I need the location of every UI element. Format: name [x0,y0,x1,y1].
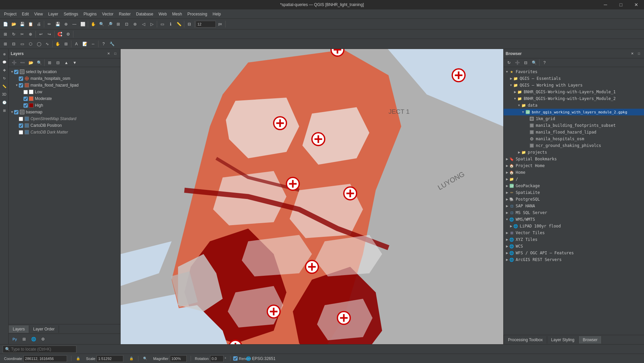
qgis-server-button[interactable]: ⊞ [20,335,28,343]
move-feature-button[interactable]: ✥ [1,66,8,74]
browser-button[interactable]: 🌐 [29,335,38,343]
browser-favorites[interactable]: ▼ ★ Favorites [504,68,644,75]
browser-spatial-bookmarks[interactable]: ▶ 🔖 Spatial Bookmarks [504,156,644,162]
browser-postgresql[interactable]: ▶ 🐘 PostgreSQL [504,196,644,203]
temporal-button[interactable]: 🕐 [1,99,8,106]
layer-visibility-checkbox[interactable] [14,70,18,74]
select-radius-button[interactable]: ◯ [35,40,43,48]
epsg-button[interactable]: 🌐 EPSG:32651 [257,355,265,363]
scale-input[interactable] [96,355,123,362]
save-as-button[interactable]: 📋 [26,20,35,28]
select-all-button[interactable]: ⊞ [1,40,9,48]
annotate-button[interactable]: 📝 [81,40,89,48]
move-layer-down-button[interactable]: ▼ [71,59,79,67]
menu-settings[interactable]: Settings [61,11,81,17]
layer-legend-low[interactable]: ▶ Low [9,89,120,95]
help-button[interactable]: ? [100,40,108,48]
save-project-button[interactable]: 💾 [18,20,26,28]
browser-ncr-ground-shaking[interactable]: ▶ ncr_ground_shaking_phivolcs [504,142,644,149]
layer-flood-hazard[interactable]: ▼ manila_flood_hazard_lipad [9,82,120,89]
browser-1km-grid[interactable]: ▶ 1km_grid [504,115,644,122]
browser-wcs[interactable]: ▶ 🌐 WCS [504,243,644,250]
layer-group-basemap[interactable]: ▼ basemap [9,109,120,115]
layer-cartodb-positron[interactable]: ▶ CartoDB Positron [9,122,120,129]
browser-project-home[interactable]: ▶ 🏠 Project Home [504,162,644,169]
menu-project[interactable]: Project [1,11,19,17]
browser-qgis-working-layers[interactable]: ▼ 📁 QGIS – Working with Layers [504,82,644,89]
menu-plugins[interactable]: Plugins [81,11,99,17]
map-tips-button[interactable]: 💬 [1,58,8,66]
browser-data-folder[interactable]: ▼ 📁 data [504,102,644,109]
move-layer-up-button[interactable]: ▲ [62,59,70,67]
browser-building-footprints[interactable]: ▶ manila_building_footprints_subset [504,122,644,129]
layer-cartodb-dark[interactable]: ▶ CartoDB Dark Matter [9,129,120,136]
open-layer-button[interactable]: 📂 [27,59,35,67]
browser-wfs[interactable]: ▶ 🌐 WFS / OGC API – Features [504,250,644,256]
layer-group-select-by-location[interactable]: ▼ select by location [9,68,120,75]
browser-wms-wmts[interactable]: ▼ 🌐 WMS/WMTS [504,216,644,223]
zoom-out-button[interactable]: 🔎 [106,20,114,28]
undo-button[interactable]: ↩ [37,30,45,38]
menu-edit[interactable]: Edit [19,11,31,17]
print-button[interactable]: 🖨 [35,20,43,28]
pan-button[interactable]: ✋ [89,20,97,28]
select-poly-button[interactable]: ⬡ [26,40,35,48]
layer-manila-hospitals[interactable]: ▶ manila_hospitals_osm [9,75,120,82]
scale-button[interactable]: ⊟ [185,20,193,28]
coordinate-input[interactable] [23,355,67,362]
select-button[interactable]: ▭ [158,20,166,28]
layer-visibility-checkbox[interactable] [19,130,23,135]
layer-visibility-checkbox[interactable] [14,110,18,114]
layer-visibility-checkbox[interactable] [23,90,28,94]
tab-layer-styling[interactable]: Layer Styling [547,336,579,344]
pan-layer-button[interactable]: ⊞ [62,40,70,48]
touch-zoom-button[interactable]: ⊕ [1,50,8,58]
menu-processing[interactable]: Processing [185,11,210,17]
magnifier-input[interactable] [170,355,187,362]
menu-layer[interactable]: Layer [46,11,61,17]
open-project-button[interactable]: 📂 [10,20,18,28]
layer-visibility-checkbox[interactable] [19,117,23,121]
layer-legend-moderate[interactable]: ▶ Moderate [9,95,120,102]
measure-button[interactable]: 📏 [175,20,183,28]
add-point-button[interactable]: ⊕ [62,20,70,28]
tab-layer-order[interactable]: Layer Order [29,325,59,333]
plugins-button[interactable]: 🔧 [108,40,116,48]
browser-flood-hazard[interactable]: ▶ manila_flood_hazard_lipad [504,129,644,136]
browser-spatialite[interactable]: ▶ ✏ SpatiaLite [504,189,644,196]
zoom-next-button[interactable]: ▷ [148,20,156,28]
browser-refresh-button[interactable]: ↻ [505,59,513,67]
tab-layers[interactable]: Layers [9,325,29,333]
filter-layer-button[interactable]: 🔍 [35,59,43,67]
remove-layer-button[interactable]: ➖ [18,59,26,67]
zoom-layer-button[interactable]: ⊡ [123,20,131,28]
menu-raster[interactable]: Raster [116,11,133,17]
layers-close-button[interactable]: ✕ [106,51,112,57]
rotation-input[interactable] [210,355,223,362]
menu-mesh[interactable]: Mesh [170,11,185,17]
menu-vector[interactable]: Vector [100,11,116,17]
close-button[interactable]: ✕ [629,0,644,9]
menu-view[interactable]: View [31,11,46,17]
collapse-all-button[interactable]: ⊟ [54,59,62,67]
3d-view-button[interactable]: 3D [1,91,8,98]
python-button[interactable]: Py [11,335,19,343]
save-edits-button[interactable]: 💾 [54,20,62,28]
deselect-button[interactable]: ⊟ [10,40,18,48]
move-label-button[interactable]: ↔ [89,40,97,48]
browser-lipad-flood[interactable]: ▶ 🌐 LiPAD 100yr flood [504,223,644,229]
add-layer-button[interactable]: ➕ [10,59,18,67]
layer-visibility-checkbox[interactable] [19,123,23,128]
maximize-button[interactable]: □ [613,0,629,9]
advanced-button[interactable]: ⚙ [64,30,72,38]
layer-visibility-checkbox[interactable] [19,76,23,81]
tab-processing-toolbox[interactable]: Processing Toolbox [504,336,547,344]
select-freehand-button[interactable]: ∿ [43,40,51,48]
pan-map-button[interactable]: ✋ [54,40,62,48]
layer-visibility-checkbox[interactable] [23,97,28,101]
browser-ms-sql[interactable]: ▶ ⊡ MS SQL Server [504,209,644,216]
menu-database[interactable]: Database [133,11,156,17]
font-size-input[interactable] [196,21,216,28]
locate-input[interactable] [3,346,76,353]
browser-qgis-essentials[interactable]: ▶ 📁 QGIS – Essentials [504,75,644,82]
